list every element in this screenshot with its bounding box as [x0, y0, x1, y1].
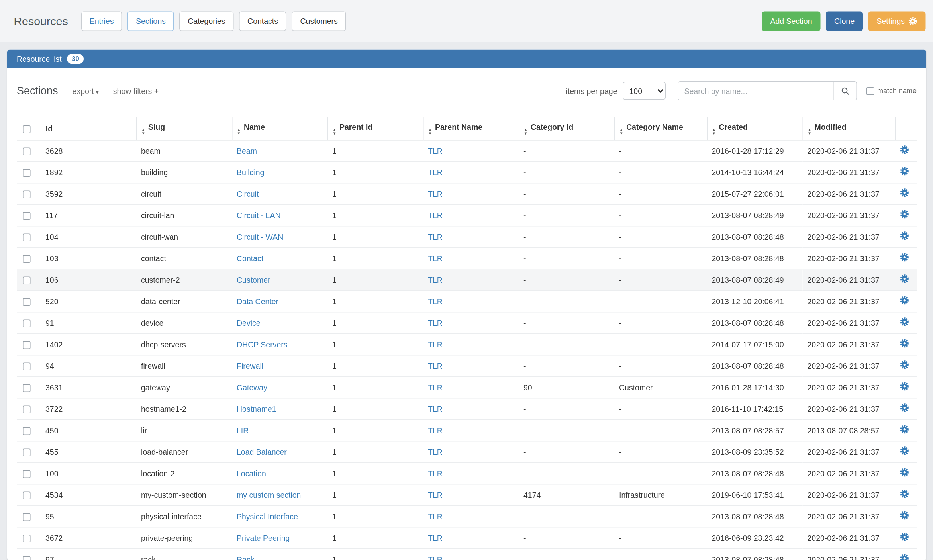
show-filters-link[interactable]: show filters +	[113, 86, 159, 96]
row-settings-button[interactable]	[900, 360, 909, 370]
row-settings-button[interactable]	[900, 403, 909, 413]
row-checkbox[interactable]	[23, 190, 31, 198]
row-name-link[interactable]: Circuit	[237, 189, 259, 198]
search-button[interactable]	[834, 81, 857, 100]
row-settings-button[interactable]	[900, 274, 909, 284]
row-checkbox[interactable]	[23, 233, 31, 241]
search-input[interactable]	[678, 81, 834, 100]
row-settings-button[interactable]	[900, 554, 909, 560]
row-name-link[interactable]: Firewall	[237, 361, 263, 370]
row-checkbox[interactable]	[23, 491, 31, 499]
row-name-link[interactable]: Building	[237, 168, 264, 177]
row-settings-button[interactable]	[900, 231, 909, 241]
row-checkbox[interactable]	[23, 319, 31, 327]
sort-icon[interactable]: ▲▼	[524, 128, 528, 135]
row-parent-name-link[interactable]: TLR	[428, 361, 443, 370]
sort-icon[interactable]: ▲▼	[237, 128, 241, 135]
row-parent-name-link[interactable]: TLR	[428, 232, 443, 241]
match-name-checkbox[interactable]	[866, 87, 874, 95]
row-settings-button[interactable]	[900, 296, 909, 305]
sort-icon[interactable]: ▲▼	[428, 128, 432, 135]
row-name-link[interactable]: DHCP Servers	[237, 340, 288, 349]
row-settings-button[interactable]	[900, 468, 909, 477]
row-parent-name-link[interactable]: TLR	[428, 297, 443, 306]
row-parent-name-link[interactable]: TLR	[428, 275, 443, 284]
nav-button-entries[interactable]: Entries	[81, 12, 122, 31]
row-name-link[interactable]: Circuit - WAN	[237, 232, 283, 241]
row-settings-button[interactable]	[900, 188, 909, 198]
column-header-category_id[interactable]: Category Id	[531, 123, 573, 132]
nav-button-categories[interactable]: Categories	[179, 12, 233, 31]
row-name-link[interactable]: Circuit - LAN	[237, 211, 281, 220]
row-name-link[interactable]: my custom section	[237, 490, 301, 499]
row-name-link[interactable]: Physical Interface	[237, 512, 298, 521]
nav-button-customers[interactable]: Customers	[292, 12, 346, 31]
column-header-parent_name[interactable]: Parent Name	[435, 123, 482, 132]
row-settings-button[interactable]	[900, 533, 909, 542]
row-settings-button[interactable]	[900, 382, 909, 391]
row-parent-name-link[interactable]: TLR	[428, 383, 443, 392]
row-checkbox[interactable]	[23, 427, 31, 435]
row-name-link[interactable]: Beam	[237, 146, 257, 155]
row-parent-name-link[interactable]: TLR	[428, 533, 443, 542]
nav-button-contacts[interactable]: Contacts	[239, 12, 286, 31]
row-checkbox[interactable]	[23, 255, 31, 263]
column-header-created[interactable]: Created	[719, 123, 748, 132]
row-name-link[interactable]: Load Balancer	[237, 447, 287, 456]
column-header-modified[interactable]: Modified	[814, 123, 846, 132]
sort-icon[interactable]: ▲▼	[333, 128, 337, 135]
column-header-category_name[interactable]: Category Name	[626, 123, 683, 132]
row-checkbox[interactable]	[23, 384, 31, 392]
row-checkbox[interactable]	[23, 212, 31, 220]
row-checkbox[interactable]	[23, 362, 31, 370]
row-name-link[interactable]: Hostname1	[237, 404, 276, 413]
row-parent-name-link[interactable]: TLR	[428, 340, 443, 349]
row-name-link[interactable]: LIR	[237, 426, 249, 435]
row-checkbox[interactable]	[23, 513, 31, 521]
sort-icon[interactable]: ▲▼	[619, 128, 623, 135]
column-header-parent_id[interactable]: Parent Id	[339, 123, 372, 132]
row-settings-button[interactable]	[900, 490, 909, 499]
export-dropdown[interactable]: export▾	[73, 86, 99, 96]
row-parent-name-link[interactable]: TLR	[428, 254, 443, 263]
row-checkbox[interactable]	[23, 470, 31, 478]
row-name-link[interactable]: Device	[237, 318, 261, 327]
row-parent-name-link[interactable]: TLR	[428, 146, 443, 155]
row-name-link[interactable]: Private Peering	[237, 533, 290, 542]
items-per-page-select[interactable]: 100	[623, 82, 666, 100]
row-settings-button[interactable]	[900, 425, 909, 434]
sort-icon[interactable]: ▲▼	[712, 128, 716, 135]
row-settings-button[interactable]	[900, 511, 909, 520]
row-checkbox[interactable]	[23, 276, 31, 284]
row-parent-name-link[interactable]: TLR	[428, 211, 443, 220]
row-settings-button[interactable]	[900, 339, 909, 348]
row-settings-button[interactable]	[900, 253, 909, 262]
row-parent-name-link[interactable]: TLR	[428, 555, 443, 560]
row-name-link[interactable]: Gateway	[237, 383, 267, 392]
row-parent-name-link[interactable]: TLR	[428, 490, 443, 499]
row-checkbox[interactable]	[23, 341, 31, 349]
row-parent-name-link[interactable]: TLR	[428, 447, 443, 456]
column-header-name[interactable]: Name	[244, 123, 265, 132]
row-checkbox[interactable]	[23, 556, 31, 560]
row-name-link[interactable]: Location	[237, 469, 266, 478]
row-parent-name-link[interactable]: TLR	[428, 189, 443, 198]
select-all-checkbox[interactable]	[23, 125, 31, 133]
sort-icon[interactable]: ▲▼	[141, 128, 145, 135]
add-section-button[interactable]: Add Section	[762, 12, 820, 31]
row-name-link[interactable]: Contact	[237, 254, 263, 263]
row-settings-button[interactable]	[900, 317, 909, 327]
row-checkbox[interactable]	[23, 405, 31, 413]
row-parent-name-link[interactable]: TLR	[428, 168, 443, 177]
row-settings-button[interactable]	[900, 167, 909, 176]
row-checkbox[interactable]	[23, 535, 31, 542]
row-settings-button[interactable]	[900, 210, 909, 219]
row-name-link[interactable]: Rack	[237, 555, 254, 560]
sort-icon[interactable]: ▲▼	[808, 128, 811, 135]
row-checkbox[interactable]	[23, 169, 31, 177]
row-parent-name-link[interactable]: TLR	[428, 426, 443, 435]
settings-button[interactable]: Settings	[868, 12, 926, 31]
row-checkbox[interactable]	[23, 298, 31, 306]
row-settings-button[interactable]	[900, 145, 909, 155]
row-name-link[interactable]: Data Center	[237, 297, 278, 306]
